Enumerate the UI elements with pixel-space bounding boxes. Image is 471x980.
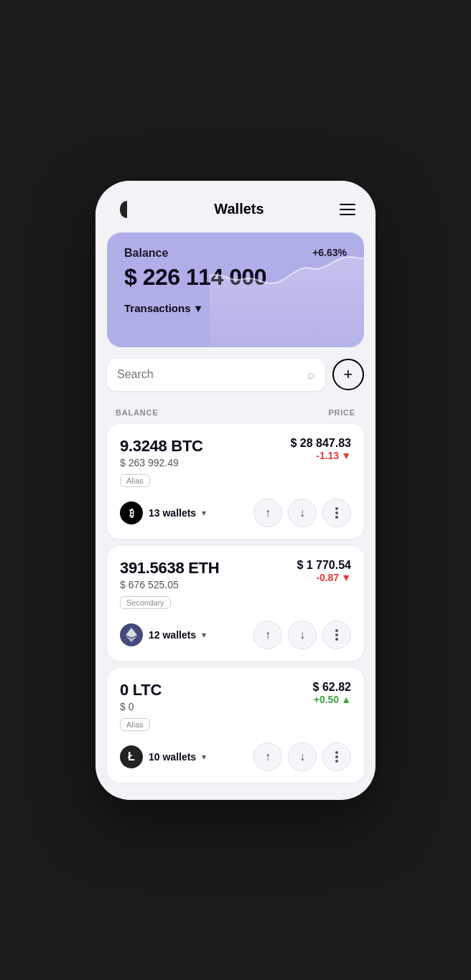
ltc-wallet-info[interactable]: Ł 10 wallets ▾ (120, 745, 206, 768)
search-input[interactable] (117, 368, 302, 381)
ltc-expand-icon: ▾ (202, 752, 206, 762)
ltc-card: 0 LTC $ 0 $ 62.82 +0.50 ▲ Alias Ł (107, 668, 364, 783)
btc-alias-tag: Alias (120, 474, 150, 487)
search-row: ⌕ + (95, 359, 376, 402)
ltc-alias-tag: Alias (120, 718, 150, 731)
ltc-action-buttons: ↑ ↓ (253, 743, 351, 771)
btc-receive-button[interactable]: ↓ (288, 499, 317, 527)
btc-wallet-info[interactable]: ₿ 13 wallets ▾ (120, 501, 206, 524)
eth-card: 391.5638 ETH $ 676 525.05 $ 1 770.54 -0.… (107, 546, 364, 661)
search-box: ⌕ (107, 359, 325, 391)
coins-list: 9.3248 BTC $ 263 992.49 $ 28 847.83 -1.1… (95, 424, 376, 800)
eth-price-change: -0.87 ▼ (297, 572, 351, 583)
eth-action-buttons: ↑ ↓ (253, 621, 351, 649)
btc-action-buttons: ↑ ↓ (253, 499, 351, 527)
btc-usd-value: $ 263 992.49 (120, 457, 203, 468)
btc-change-arrow: ▼ (341, 450, 351, 461)
ltc-change-arrow: ▲ (341, 694, 351, 705)
btc-expand-icon: ▾ (202, 508, 206, 518)
eth-more-button[interactable] (322, 621, 351, 649)
ltc-usd-value: $ 0 (120, 701, 162, 712)
eth-receive-button[interactable]: ↓ (288, 621, 317, 649)
btc-card: 9.3248 BTC $ 263 992.49 $ 28 847.83 -1.1… (107, 424, 364, 539)
eth-secondary-tag: Secondary (120, 596, 171, 609)
header: Wallets (95, 181, 376, 232)
balance-card: Balance +6.63% $ 226 114 000 Transaction… (107, 232, 364, 347)
btc-price: $ 28 847.83 (290, 437, 351, 450)
ltc-price: $ 62.82 (313, 681, 351, 694)
eth-wallet-info[interactable]: 12 wallets ▾ (120, 623, 206, 646)
eth-send-button[interactable]: ↑ (253, 621, 282, 649)
app-logo-icon (116, 198, 139, 221)
eth-usd-value: $ 676 525.05 (120, 579, 219, 590)
balance-change: +6.63% (312, 247, 347, 258)
btc-price-change: -1.13 ▼ (290, 450, 351, 461)
ltc-send-button[interactable]: ↑ (253, 743, 282, 771)
ltc-logo-icon: Ł (120, 745, 143, 768)
table-header: BALANCE PRICE (95, 402, 376, 424)
btc-more-button[interactable] (322, 499, 351, 527)
eth-change-arrow: ▼ (341, 572, 351, 583)
transactions-button[interactable]: Transactions ▾ (124, 302, 201, 326)
eth-amount: 391.5638 ETH (120, 559, 219, 578)
price-column-header: PRICE (328, 408, 355, 417)
ltc-receive-button[interactable]: ↓ (288, 743, 317, 771)
balance-amount: $ 226 114 000 (124, 264, 347, 291)
btc-send-button[interactable]: ↑ (253, 499, 282, 527)
header-title: Wallets (214, 201, 264, 217)
btc-logo-icon: ₿ (120, 501, 143, 524)
menu-button[interactable] (340, 204, 355, 215)
eth-wallet-count: 12 wallets (149, 629, 196, 641)
chevron-down-icon: ▾ (195, 302, 201, 315)
eth-expand-icon: ▾ (202, 630, 206, 640)
phone-frame: Wallets Balance +6.63% $ 226 114 000 Tra… (95, 181, 376, 800)
search-icon: ⌕ (307, 367, 315, 382)
balance-column-header: BALANCE (116, 408, 158, 417)
btc-wallet-count: 13 wallets (149, 507, 196, 519)
btc-amount: 9.3248 BTC (120, 437, 203, 456)
eth-price: $ 1 770.54 (297, 559, 351, 572)
eth-logo-icon (120, 623, 143, 646)
balance-label: Balance (124, 247, 168, 260)
ltc-amount: 0 LTC (120, 681, 162, 699)
add-wallet-button[interactable]: + (332, 359, 364, 390)
ltc-price-change: +0.50 ▲ (313, 694, 351, 705)
ltc-wallet-count: 10 wallets (149, 751, 196, 763)
ltc-more-button[interactable] (322, 743, 351, 771)
